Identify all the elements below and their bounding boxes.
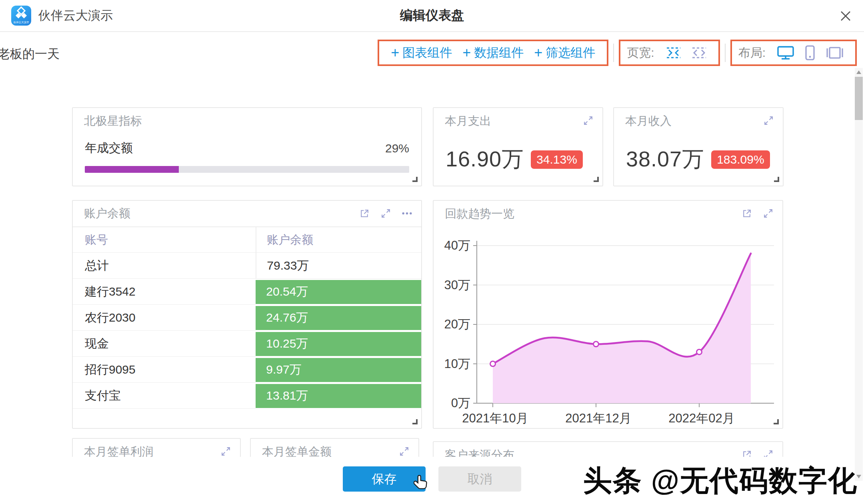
dashboard-name: 老板的一天	[0, 46, 60, 62]
fit-width-icon[interactable]	[666, 46, 682, 59]
open-in-new-icon[interactable]	[742, 449, 752, 457]
toolbar-divider	[725, 44, 726, 62]
account-cell: 支付宝	[73, 383, 256, 409]
svg-text:2021年10月: 2021年10月	[462, 411, 528, 425]
metric-percent: 29%	[385, 142, 409, 155]
card-trend-chart[interactable]: 回款趋势一览 0万10万20万30万40万2021年10月2021年12月202…	[433, 200, 783, 429]
card-expense[interactable]: 本月支出 16.90万 34.13%	[433, 107, 603, 186]
logo-diamonds-icon: 伙伴云大演示	[12, 6, 30, 25]
balance-cell: 24.76万	[256, 305, 421, 331]
balance-cell: 9.97万	[256, 357, 421, 383]
svg-text:2021年12月: 2021年12月	[565, 411, 631, 425]
resize-handle[interactable]	[412, 419, 418, 424]
account-cell: 建行3542	[73, 279, 256, 305]
fullscreen-icon[interactable]	[399, 446, 410, 457]
card-title: 客户来源分布	[445, 447, 514, 457]
table-row[interactable]: 农行203024.76万	[73, 305, 421, 331]
layout-label: 布局:	[738, 45, 766, 61]
svg-text:0万: 0万	[451, 396, 470, 410]
trend-chart-svg: 0万10万20万30万40万2021年10月2021年12月2022年02月	[434, 227, 782, 427]
table-row[interactable]: 支付宝13.81万	[73, 383, 421, 409]
scrollbar-thumb[interactable]	[855, 77, 863, 120]
balance-cell: 79.33万	[256, 253, 421, 279]
toolbar-divider	[613, 44, 614, 62]
fullscreen-icon[interactable]	[380, 208, 391, 219]
table-row[interactable]: 建行354220.54万	[73, 279, 421, 305]
add-chart-component-button[interactable]: + 图表组件	[391, 44, 452, 61]
add-filter-component-button[interactable]: + 筛选组件	[534, 44, 595, 61]
full-width-icon[interactable]	[691, 46, 707, 59]
dashboard-canvas: 北极星指标 年成交额 29% 本月支出 16.90万 34.13%	[0, 74, 864, 457]
account-table-body: 总计79.33万建行354220.54万农行203024.76万现金10.25万…	[73, 253, 421, 409]
fullscreen-icon[interactable]	[220, 446, 231, 457]
card-title: 本月签单利润	[84, 444, 154, 457]
card-title: 本月签单金额	[262, 444, 332, 457]
resize-handle[interactable]	[774, 177, 779, 182]
card-title: 本月收入	[625, 113, 672, 129]
add-data-component-button[interactable]: + 数据组件	[462, 44, 524, 61]
svg-text:30万: 30万	[444, 278, 470, 292]
fullscreen-icon[interactable]	[763, 449, 774, 457]
fullscreen-icon[interactable]	[583, 115, 594, 126]
fullscreen-icon[interactable]	[763, 115, 774, 126]
page-width-group: 页宽:	[619, 40, 720, 66]
desktop-layout-icon[interactable]	[777, 45, 794, 60]
metric-label: 年成交额	[85, 140, 133, 156]
table-row[interactable]: 总计79.33万	[73, 253, 421, 279]
svg-text:2022年02月: 2022年02月	[668, 411, 734, 425]
card-month-profit[interactable]: 本月签单利润	[72, 438, 241, 457]
card-income[interactable]: 本月收入 38.07万 183.09%	[613, 107, 784, 186]
metric-value: 16.90万	[446, 145, 524, 174]
plus-icon: +	[462, 46, 471, 60]
resize-handle[interactable]	[774, 419, 779, 424]
app-name: 伙伴云大演示	[38, 7, 113, 24]
percent-badge: 34.13%	[531, 150, 583, 169]
metric-value: 38.07万	[626, 145, 704, 174]
card-account-balance[interactable]: 账户余额 账号 账户余额 总计79.33万建行354220.54万农行20302…	[72, 200, 422, 429]
plus-icon: +	[534, 46, 542, 60]
percent-badge: 183.09%	[711, 150, 770, 169]
toolbar: 老板的一天 + 图表组件 + 数据组件 + 筛选组件 页宽:	[0, 33, 864, 74]
table-row[interactable]: 现金10.25万	[73, 331, 421, 357]
close-icon[interactable]	[838, 8, 854, 24]
card-title: 本月支出	[445, 113, 491, 129]
balance-cell: 10.25万	[256, 331, 421, 357]
tablet-layout-icon[interactable]	[826, 45, 844, 60]
table-header-row: 账号 账户余额	[73, 227, 421, 253]
balance-cell: 13.81万	[256, 383, 421, 409]
layout-group: 布局:	[730, 40, 857, 66]
table-row[interactable]: 招行90959.97万	[73, 357, 421, 383]
card-customer-source[interactable]: 客户来源分布	[433, 441, 783, 457]
open-in-new-icon[interactable]	[742, 208, 752, 219]
scroll-up-arrow-icon[interactable]	[856, 70, 861, 74]
north-star-progress-fill	[85, 166, 179, 173]
cancel-button[interactable]: 取消	[438, 466, 521, 492]
modal-title: 编辑仪表盘	[400, 7, 464, 24]
watermark-text: 头条 @无代码数字化	[583, 462, 858, 500]
hand-cursor-icon	[414, 474, 430, 493]
account-cell: 农行2030	[73, 305, 256, 331]
fullscreen-icon[interactable]	[763, 208, 774, 219]
card-title: 北极星指标	[84, 113, 142, 129]
phone-layout-icon[interactable]	[804, 45, 816, 61]
save-button[interactable]: 保存	[343, 466, 426, 492]
app-header: 伙伴云大演示 伙伴云大演示 编辑仪表盘	[0, 0, 864, 32]
account-cell: 现金	[73, 331, 256, 357]
card-north-star[interactable]: 北极星指标 年成交额 29%	[72, 107, 422, 186]
plus-icon: +	[391, 46, 399, 60]
app-logo: 伙伴云大演示	[11, 6, 31, 26]
svg-text:伙伴云大演示: 伙伴云大演示	[14, 21, 30, 24]
component-buttons-group: + 图表组件 + 数据组件 + 筛选组件	[378, 40, 608, 66]
balance-cell: 20.54万	[256, 279, 421, 305]
column-header-balance[interactable]: 账户余额	[256, 227, 421, 253]
open-in-new-icon[interactable]	[359, 208, 370, 219]
column-header-account[interactable]: 账号	[73, 227, 256, 253]
progress-bar	[85, 166, 409, 173]
resize-handle[interactable]	[412, 177, 418, 182]
resize-handle[interactable]	[594, 177, 599, 182]
vertical-scrollbar[interactable]	[855, 68, 863, 481]
svg-text:20万: 20万	[444, 317, 470, 331]
more-options-icon[interactable]	[402, 208, 412, 219]
card-month-amount[interactable]: 本月签单金额	[250, 438, 419, 457]
svg-text:40万: 40万	[444, 238, 470, 252]
